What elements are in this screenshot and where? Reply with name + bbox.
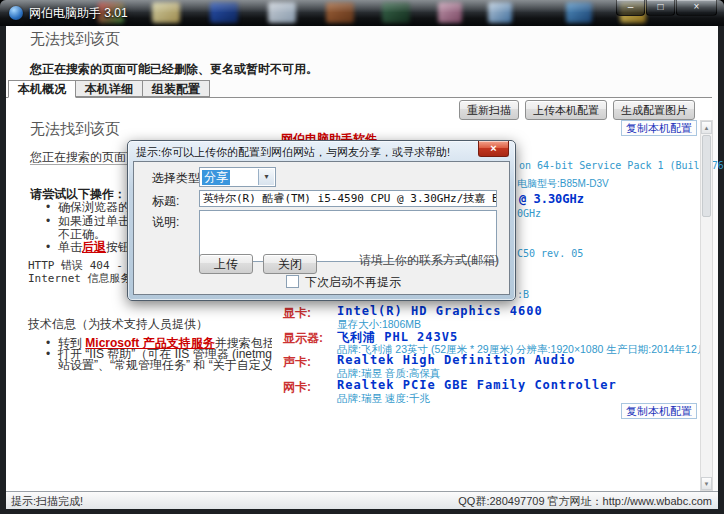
scrollbar-thumb[interactable] — [702, 135, 711, 217]
toolbar: 重新扫描 上传本机配置 生成配置图片 — [459, 100, 695, 120]
sound-label: 声卡: — [283, 354, 311, 371]
title-label: 标题: — [152, 193, 179, 210]
cpu-text-fragment: @ 3.30GHz — [519, 192, 584, 206]
chevron-down-icon[interactable]: ▾ — [258, 169, 274, 185]
maximize-button[interactable]: □ — [646, 0, 675, 16]
dialog-close-text-button[interactable]: 关闭 — [263, 254, 317, 274]
status-contact-info: QQ群:280497709 官方网址：http://www.wbabc.com — [458, 494, 712, 509]
type-selected-value: 分享 — [202, 170, 230, 185]
try-line-text: 单击 — [58, 240, 82, 254]
sound-value: Realtek High Definition Audio — [337, 353, 576, 367]
gpu-value: Intel(R) HD Graphics 4600 — [337, 304, 543, 318]
tab-bar: 本机概况 本机详细 组装配置 — [8, 80, 210, 98]
memory-text-fragment: :B — [517, 289, 529, 300]
dont-prompt-label: 下次启动不再提示 — [305, 274, 401, 291]
app-icon — [9, 6, 23, 20]
desktop-icon-blur — [326, 2, 354, 23]
freq-text-fragment: 0GHz — [517, 208, 541, 219]
error-heading: 无法找到该页 — [30, 120, 120, 139]
back-link[interactable]: 后退 — [82, 240, 106, 254]
desktop-icon-blur — [382, 2, 410, 23]
network-sub: 品牌:瑞昱 速度:千兆 — [337, 392, 430, 406]
tech-line-text: 站设置”、“常规管理任务” 和 “关于自定义错误消息” 的主 — [58, 358, 272, 372]
type-label: 选择类型: — [152, 170, 203, 187]
os-text-fragment: on 64-bit Service Pack 1 (Build 7601) — [519, 160, 724, 171]
scrollbar[interactable]: ▲ ▼ — [700, 120, 713, 491]
scroll-up-icon[interactable]: ▲ — [701, 121, 712, 134]
window-controls: – □ × — [615, 0, 717, 16]
generate-image-button[interactable]: 生成配置图片 — [613, 100, 695, 120]
bullet-icon: • — [46, 214, 58, 228]
dialog-upload-button[interactable]: 上传 — [199, 254, 253, 274]
contact-hint: 请填上你的联系方式(邮箱) — [359, 252, 499, 269]
desktop-icon-blur — [438, 2, 462, 23]
network-value: Realtek PCIe GBE Family Controller — [337, 378, 617, 392]
tech-heading: 技术信息（为技术支持人员提供） — [28, 316, 208, 333]
dialog-body: 选择类型: 分享 ▾ 标题: 说明: 上传 关闭 请填上你的联系方式(邮箱) 下… — [133, 161, 510, 295]
window-titlebar: 网伯电脑助手 3.01 – □ × — [0, 0, 724, 26]
tab-overview[interactable]: 本机概况 — [8, 80, 76, 98]
desktop-icon-blur — [268, 2, 296, 23]
list-item: •单击后退按钮尝试另 — [46, 239, 128, 256]
disk-text-fragment: C50 rev. 05 — [517, 248, 583, 259]
desktop-icon-blur — [152, 2, 180, 23]
dont-prompt-checkbox[interactable] — [286, 275, 299, 288]
dialog-close-button[interactable]: × — [478, 141, 509, 157]
desc-label: 说明: — [152, 214, 179, 231]
close-button[interactable]: × — [676, 0, 717, 16]
tab-details[interactable]: 本机详细 — [75, 80, 143, 97]
title-input[interactable] — [199, 190, 497, 207]
app-window: 网伯电脑助手 3.01 – □ × 无法找到该页 您正在搜索的页面可能已经删除、… — [0, 0, 724, 514]
desktop-icon-blur — [566, 2, 592, 23]
scroll-down-icon[interactable]: ▼ — [701, 477, 712, 490]
window-title: 网伯电脑助手 3.01 — [29, 5, 128, 22]
upload-config-button[interactable]: 上传本机配置 — [525, 100, 607, 120]
tab-assembly[interactable]: 组装配置 — [142, 80, 210, 97]
copy-config-link-bottom[interactable]: 复制本机配置 — [621, 403, 697, 419]
page-title: 无法找到该页 — [30, 30, 120, 49]
model-text-fragment: 电脑型号:B85M-D3V — [517, 177, 609, 191]
bullet-icon: • — [46, 240, 58, 254]
list-item-continuation: 站设置”、“常规管理任务” 和 “关于自定义错误消息” 的主 — [58, 357, 272, 374]
status-bar: 提示:扫描完成! QQ群:280497709 官方网址：http://www.w… — [6, 491, 718, 509]
status-message: 提示:扫描完成! — [11, 494, 83, 509]
network-label: 网卡: — [283, 379, 311, 396]
bullet-icon: • — [46, 200, 58, 214]
monitor-label: 显示器: — [283, 330, 323, 347]
bullet-icon: • — [46, 347, 58, 361]
divider — [30, 164, 127, 165]
minimize-button[interactable]: – — [616, 0, 645, 16]
desktop-icon-blur — [210, 2, 238, 23]
try-line-text: 确保浏览器的地址栏 — [58, 200, 128, 214]
copy-config-link-top[interactable]: 复制本机配置 — [621, 120, 697, 136]
upload-dialog: 提示:你可以上传你的配置到网伯网站，与网友分享，或寻求帮助! × 选择类型: 分… — [127, 140, 516, 301]
try-line-text: 按钮尝试另 — [106, 240, 128, 254]
dialog-title: 提示:你可以上传你的配置到网伯网站，与网友分享，或寻求帮助! — [136, 145, 450, 160]
type-dropdown[interactable]: 分享 ▾ — [199, 167, 276, 187]
gpu-label: 显卡: — [283, 305, 311, 322]
page-subtitle: 您正在搜索的页面可能已经删除、更名或暂时不可用。 — [30, 61, 318, 78]
rescan-button[interactable]: 重新扫描 — [459, 100, 519, 120]
desktop-icon-blur — [488, 2, 512, 23]
